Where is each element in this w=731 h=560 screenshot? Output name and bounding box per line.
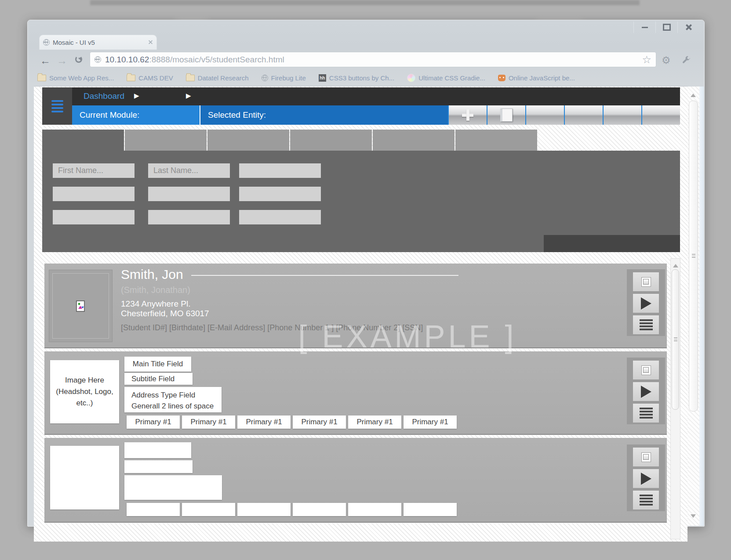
result-alt-name: (Smith, Jonathan) xyxy=(121,285,190,295)
first-name-input[interactable] xyxy=(53,163,135,178)
primary-button-empty[interactable] xyxy=(348,503,401,516)
wrench-icon[interactable] xyxy=(681,56,691,65)
bookmark-item[interactable]: Some Web App Res... xyxy=(37,74,114,82)
image-placeholder-box xyxy=(50,446,119,509)
module-bar: Current Module: Selected Entity: xyxy=(72,105,680,125)
play-button[interactable] xyxy=(633,382,659,401)
card-action-strip xyxy=(627,444,665,511)
details-menu-button[interactable] xyxy=(633,315,659,334)
search-input-blank[interactable] xyxy=(148,187,230,201)
add-button[interactable] xyxy=(448,105,487,125)
hamburger-menu-button[interactable] xyxy=(42,87,72,125)
minimize-button[interactable] xyxy=(633,22,655,33)
checkbox-icon xyxy=(641,365,651,375)
primary-button[interactable]: Primary #1 xyxy=(237,415,291,429)
gear-icon[interactable]: ⚙ xyxy=(662,54,671,66)
bookmark-item[interactable]: hh CSS3 buttons by Ch... xyxy=(319,74,394,82)
result-card-smith-jon[interactable]: Smith, Jon (Smith, Jonathan) 1234 Anywhe… xyxy=(44,264,667,348)
search-input-blank[interactable] xyxy=(239,210,321,224)
result-card-empty[interactable] xyxy=(44,438,667,523)
address-type-line: Address Type Field xyxy=(131,390,222,401)
play-icon xyxy=(641,386,651,398)
details-menu-button[interactable] xyxy=(633,404,659,423)
tab-blank[interactable] xyxy=(125,130,207,151)
refresh-button[interactable] xyxy=(75,56,82,63)
last-name-input[interactable] xyxy=(148,163,230,178)
search-input-blank[interactable] xyxy=(239,163,321,178)
window-inner-edge xyxy=(699,87,704,526)
page-scrollbar-thumb[interactable] xyxy=(689,101,698,412)
bookmark-label: Some Web App Res... xyxy=(49,74,114,82)
primary-button[interactable]: Primary #1 xyxy=(127,415,180,429)
menu-lines-icon xyxy=(640,319,653,330)
search-input-blank[interactable] xyxy=(148,210,230,224)
close-icon xyxy=(686,24,692,30)
tab-blank[interactable] xyxy=(290,130,372,151)
search-input-blank[interactable] xyxy=(53,187,135,201)
selected-entity-section: Selected Entity: xyxy=(200,105,448,125)
maximize-icon xyxy=(663,24,671,31)
primary-button[interactable]: Primary #1 xyxy=(293,415,346,429)
bookmark-item[interactable]: Online JavaScript be... xyxy=(498,74,575,82)
scrollbar-grip xyxy=(692,254,695,258)
toolbar-button-blank[interactable] xyxy=(525,105,564,125)
search-input-blank[interactable] xyxy=(53,210,135,224)
notebook-button[interactable] xyxy=(487,105,525,125)
tab-active[interactable] xyxy=(42,130,124,151)
details-menu-button[interactable] xyxy=(633,491,659,509)
address-type-field-empty xyxy=(124,475,222,500)
primary-button-empty[interactable] xyxy=(293,503,346,516)
select-checkbox-button[interactable] xyxy=(633,448,659,466)
play-icon xyxy=(641,297,651,310)
globe-icon xyxy=(262,75,268,81)
search-form-panel xyxy=(42,151,680,252)
scroll-down-icon[interactable] xyxy=(691,514,696,520)
scroll-up-icon[interactable] xyxy=(691,91,696,97)
back-button[interactable]: ← xyxy=(40,55,51,66)
primary-button[interactable]: Primary #1 xyxy=(404,415,457,429)
bookmark-label: Online JavaScript be... xyxy=(509,74,575,82)
title-rule xyxy=(191,275,458,276)
breadcrumb-dashboard[interactable]: Dashboard xyxy=(84,91,124,101)
select-checkbox-button[interactable] xyxy=(633,361,659,379)
primary-button-empty[interactable] xyxy=(182,503,235,516)
bookmark-item[interactable]: CAMS DEV xyxy=(127,74,173,82)
toolbar-button-blank[interactable] xyxy=(603,105,641,125)
page-scrollbar[interactable] xyxy=(687,87,699,526)
bookmark-item[interactable]: Ultimate CSS Gradie... xyxy=(407,74,485,82)
url-bar[interactable]: 10.10.10.62 :8888/mosaic/v5/studentSearc… xyxy=(90,52,656,67)
search-input-blank[interactable] xyxy=(239,187,321,201)
results-scrollbar-thumb[interactable] xyxy=(672,269,679,410)
toolbar-button-blank[interactable] xyxy=(641,105,680,125)
result-card-template[interactable]: Image Here (Headshot, Logo, etc..) Main … xyxy=(44,351,667,435)
play-button[interactable] xyxy=(633,294,659,313)
forward-button[interactable]: → xyxy=(57,55,67,66)
results-scrollbar[interactable] xyxy=(670,258,680,539)
close-button[interactable] xyxy=(677,22,699,33)
folder-icon xyxy=(127,75,135,81)
url-globe-icon xyxy=(95,56,101,63)
scroll-up-icon[interactable] xyxy=(673,261,678,267)
plus-icon xyxy=(462,109,473,121)
primary-button-empty[interactable] xyxy=(127,503,180,516)
maximize-button[interactable] xyxy=(655,22,677,33)
devil-icon xyxy=(498,75,506,81)
primary-button-empty[interactable] xyxy=(237,503,291,516)
play-button[interactable] xyxy=(633,469,659,488)
bookmark-star-icon[interactable]: ☆ xyxy=(642,54,651,65)
tab-blank[interactable] xyxy=(373,130,455,151)
tab-blank[interactable] xyxy=(207,130,289,151)
form-panel-footer xyxy=(544,235,680,252)
primary-button[interactable]: Primary #1 xyxy=(182,415,235,429)
primary-button-empty[interactable] xyxy=(404,503,457,516)
tab-blank[interactable] xyxy=(455,130,537,151)
tab-title: Mosaic - UI v5 xyxy=(53,39,148,46)
play-icon xyxy=(641,473,651,485)
tab-close-icon[interactable] xyxy=(148,40,153,45)
primary-button[interactable]: Primary #1 xyxy=(348,415,401,429)
bookmark-item[interactable]: Datatel Research xyxy=(186,74,249,82)
bookmark-item[interactable]: Firebug Lite xyxy=(262,74,306,82)
browser-tab[interactable]: Mosaic - UI v5 xyxy=(39,35,157,50)
select-checkbox-button[interactable] xyxy=(633,272,659,291)
toolbar-button-blank[interactable] xyxy=(564,105,603,125)
